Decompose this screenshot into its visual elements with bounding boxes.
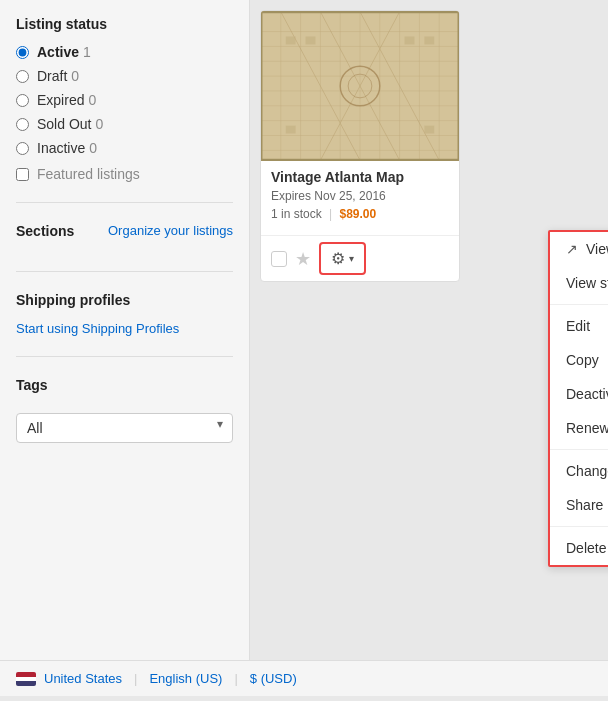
listing-stock-text: 1 in stock xyxy=(271,207,322,221)
status-expired-radio[interactable] xyxy=(16,94,29,107)
sections-section: Sections Organize your listings xyxy=(16,223,233,272)
dropdown-divider-1 xyxy=(550,304,608,305)
status-draft[interactable]: Draft 0 xyxy=(16,68,233,84)
tags-select-wrapper: All xyxy=(16,405,233,443)
dropdown-copy-label: Copy xyxy=(566,352,599,368)
listing-info: Vintage Atlanta Map Expires Nov 25, 2016… xyxy=(261,161,459,235)
dropdown-deactivate[interactable]: Deactivate xyxy=(550,377,608,411)
dropdown-edit-label: Edit xyxy=(566,318,590,334)
content-area: Vintage Atlanta Map Expires Nov 25, 2016… xyxy=(250,0,608,660)
listing-select-checkbox[interactable] xyxy=(271,251,287,267)
status-draft-count: 0 xyxy=(71,68,79,84)
map-svg xyxy=(261,11,459,161)
dropdown-view-on-etsy[interactable]: ↗ View on Etsy xyxy=(550,232,608,266)
listing-price: $89.00 xyxy=(340,207,377,221)
chevron-down-icon: ▾ xyxy=(349,253,354,264)
organize-listings-link[interactable]: Organize your listings xyxy=(108,223,233,240)
status-expired[interactable]: Expired 0 xyxy=(16,92,233,108)
featured-listings-checkbox[interactable] xyxy=(16,168,29,181)
status-sold-out-label: Sold Out xyxy=(37,116,91,132)
listing-title: Vintage Atlanta Map xyxy=(271,169,449,185)
listing-actions: ★ ⚙ ▾ xyxy=(261,235,459,281)
footer-currency[interactable]: $ (USD) xyxy=(250,671,297,686)
svg-rect-30 xyxy=(424,126,434,134)
status-expired-label: Expired xyxy=(37,92,84,108)
tags-select[interactable]: All xyxy=(16,413,233,443)
dropdown-delete[interactable]: Delete xyxy=(550,531,608,565)
dropdown-renew-label: Renew xyxy=(566,420,608,436)
sections-header: Sections Organize your listings xyxy=(16,223,233,251)
dropdown-divider-2 xyxy=(550,449,608,450)
stock-divider: | xyxy=(329,207,332,221)
footer-language[interactable]: English (US) xyxy=(149,671,222,686)
featured-listings-label: Featured listings xyxy=(37,166,140,182)
shipping-profiles-link[interactable]: Start using Shipping Profiles xyxy=(16,321,179,336)
gear-menu-button[interactable]: ⚙ ▾ xyxy=(319,242,366,275)
star-icon[interactable]: ★ xyxy=(295,248,311,270)
gear-icon: ⚙ xyxy=(331,249,345,268)
status-active[interactable]: Active 1 xyxy=(16,44,233,60)
listing-card: Vintage Atlanta Map Expires Nov 25, 2016… xyxy=(260,10,460,282)
listing-expires: Expires Nov 25, 2016 xyxy=(271,189,449,203)
svg-rect-26 xyxy=(306,37,316,45)
tags-title: Tags xyxy=(16,377,233,393)
status-inactive[interactable]: Inactive 0 xyxy=(16,140,233,156)
sections-title: Sections xyxy=(16,223,74,239)
sidebar: Listing status Active 1 Draft 0 Expired … xyxy=(0,0,250,660)
dropdown-divider-3 xyxy=(550,526,608,527)
status-inactive-count: 0 xyxy=(89,140,97,156)
dropdown-delete-label: Delete xyxy=(566,540,606,556)
listing-stock-price: 1 in stock | $89.00 xyxy=(271,207,449,221)
shipping-title: Shipping profiles xyxy=(16,292,233,308)
dropdown-change-section-label: Change Section xyxy=(566,463,608,479)
dropdown-view-stats[interactable]: View stats xyxy=(550,266,608,300)
shipping-section: Shipping profiles Start using Shipping P… xyxy=(16,292,233,357)
dropdown-copy[interactable]: Copy xyxy=(550,343,608,377)
status-sold-out[interactable]: Sold Out 0 xyxy=(16,116,233,132)
listing-status-section: Listing status Active 1 Draft 0 Expired … xyxy=(16,16,233,203)
listing-status-title: Listing status xyxy=(16,16,233,32)
svg-rect-29 xyxy=(286,126,296,134)
dropdown-edit[interactable]: Edit xyxy=(550,309,608,343)
status-expired-count: 0 xyxy=(88,92,96,108)
status-draft-label: Draft xyxy=(37,68,67,84)
svg-rect-27 xyxy=(405,37,415,45)
svg-rect-25 xyxy=(286,37,296,45)
status-active-radio[interactable] xyxy=(16,46,29,59)
dropdown-share-label: Share xyxy=(566,497,603,513)
footer-country[interactable]: United States xyxy=(44,671,122,686)
status-inactive-label: Inactive xyxy=(37,140,85,156)
external-link-icon: ↗ xyxy=(566,241,578,257)
footer: United States | English (US) | $ (USD) xyxy=(0,660,608,696)
footer-divider-2: | xyxy=(234,671,237,686)
status-draft-radio[interactable] xyxy=(16,70,29,83)
status-active-count: 1 xyxy=(83,44,91,60)
status-sold-out-count: 0 xyxy=(95,116,103,132)
us-flag-icon xyxy=(16,672,36,686)
footer-divider-1: | xyxy=(134,671,137,686)
status-active-label: Active xyxy=(37,44,79,60)
dropdown-change-section[interactable]: Change Section xyxy=(550,454,608,488)
listing-image xyxy=(261,11,459,161)
status-sold-out-radio[interactable] xyxy=(16,118,29,131)
featured-listings-option[interactable]: Featured listings xyxy=(16,166,233,182)
listing-actions-dropdown: ↗ View on Etsy View stats Edit Copy Deac… xyxy=(548,230,608,567)
dropdown-renew[interactable]: Renew xyxy=(550,411,608,445)
status-inactive-radio[interactable] xyxy=(16,142,29,155)
dropdown-share[interactable]: Share xyxy=(550,488,608,522)
dropdown-view-on-etsy-label: View on Etsy xyxy=(586,241,608,257)
dropdown-deactivate-label: Deactivate xyxy=(566,386,608,402)
svg-rect-28 xyxy=(424,37,434,45)
tags-section: Tags All xyxy=(16,377,233,463)
dropdown-view-stats-label: View stats xyxy=(566,275,608,291)
